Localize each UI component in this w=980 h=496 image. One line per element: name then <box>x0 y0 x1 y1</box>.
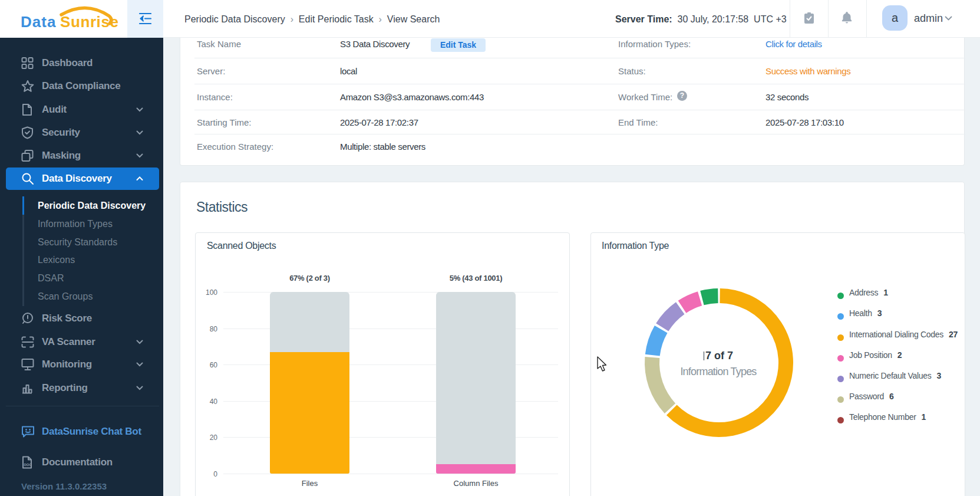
svg-text:DOC: DOC <box>24 463 32 467</box>
svg-text:Data: Data <box>21 13 56 31</box>
